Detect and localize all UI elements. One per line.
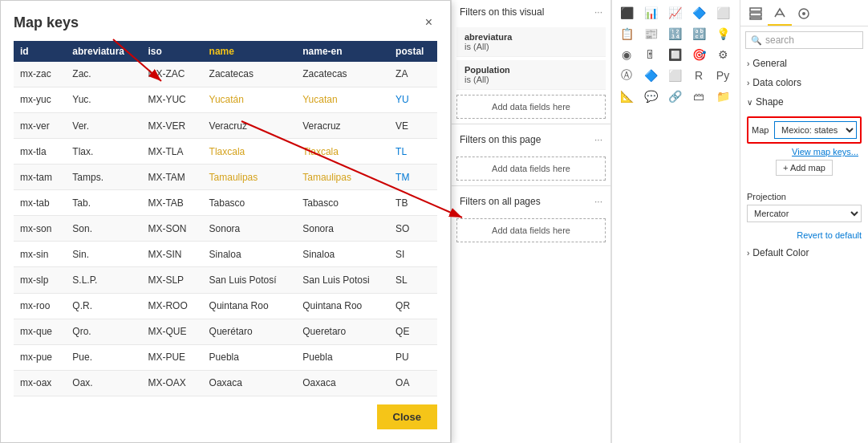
table-icon[interactable]: ⬛	[615, 3, 638, 22]
image-icon[interactable]: ⬜	[663, 66, 686, 85]
target-icon[interactable]: 🎯	[688, 45, 710, 64]
filters-panel: Filters on this visual ··· abreviatura i…	[451, 0, 611, 443]
list-icon[interactable]: 📋	[615, 24, 638, 43]
map-keys-table: id abreviatura iso name name-en postal m…	[14, 41, 437, 396]
tab-fields[interactable]	[744, 3, 768, 26]
table-row: mx-rooQ.R.MX-ROOQuintana RooQuintana Roo…	[14, 293, 437, 319]
general-chevron-icon: ›	[747, 59, 749, 68]
close-yellow-button[interactable]: Close	[377, 404, 437, 429]
shape-icon[interactable]: 🔷	[639, 66, 662, 85]
dialog-close-button[interactable]: ×	[420, 14, 437, 31]
tab-format[interactable]	[768, 3, 792, 26]
svg-rect-5	[750, 18, 761, 19]
svg-rect-4	[750, 13, 761, 16]
map-keys-dialog: Map keys × id abreviatura iso name name-…	[0, 0, 451, 443]
table-row: mx-slpS.L.P.MX-SLPSan Luis PotosíSan Lui…	[14, 267, 437, 293]
shape-section-content: Map Mexico: states View map keys... + Ad…	[740, 112, 868, 187]
add-fields-this-page[interactable]: Add data fields here	[456, 156, 606, 181]
add-fields-all-pages[interactable]: Add data fields here	[456, 218, 606, 242]
map-label: Map	[752, 125, 774, 135]
default-color-chevron-icon: ›	[747, 249, 749, 258]
general-section-header[interactable]: › General	[740, 54, 868, 73]
text-icon[interactable]: 📰	[639, 24, 662, 43]
gauge-icon[interactable]: ◉	[615, 45, 638, 64]
col-name-en: name-en	[296, 41, 389, 62]
table-row: mx-verVer.MX-VERVeracruzVeracruzVE	[14, 113, 437, 139]
add-fields-this-visual[interactable]: Add data fields here	[456, 95, 606, 119]
svg-point-8	[802, 12, 805, 15]
text-box-icon[interactable]: Ⓐ	[615, 66, 638, 85]
table-row: mx-sinSin.MX-SINSinaloaSinaloaSI	[14, 242, 437, 267]
col-id: id	[14, 41, 66, 62]
col-postal: postal	[389, 41, 437, 62]
table-row: mx-tabTab.MX-TABTabascoTabascoTB	[14, 190, 437, 216]
data-colors-chevron-icon: ›	[747, 79, 749, 87]
viz-panel: ⬛📊📈🔷⬜📋📰🔢🔡💡◉🎚🔲🎯⚙Ⓐ🔷⬜RPy📐💬🔗🗃📁	[611, 0, 740, 443]
card-icon[interactable]: 🔷	[688, 3, 710, 22]
shape-section-header[interactable]: ∨ Shape	[740, 92, 868, 112]
filter-icon[interactable]: 🔡	[688, 24, 710, 43]
projection-label: Projection	[747, 192, 862, 201]
filters-allpages-more-icon[interactable]: ···	[594, 196, 602, 207]
table-row: mx-sonSon.MX-SONSonoraSonoraSO	[14, 216, 437, 242]
map-select[interactable]: Mexico: states	[774, 121, 857, 139]
svg-rect-3	[750, 8, 761, 11]
view-map-keys-link[interactable]: View map keys...	[747, 147, 862, 156]
col-name: name	[203, 41, 297, 62]
revert-to-default-button[interactable]: Revert to default	[790, 227, 868, 243]
slider-icon[interactable]: 🎚	[639, 45, 662, 64]
viz-icons-grid: ⬛📊📈🔷⬜📋📰🔢🔡💡◉🎚🔲🎯⚙Ⓐ🔷⬜RPy📐💬🔗🗃📁	[612, 0, 740, 109]
matrix-icon[interactable]: ⬜	[712, 3, 734, 22]
python-visual-icon[interactable]: Py	[712, 66, 734, 85]
format-tabs	[740, 0, 868, 26]
data-colors-section-header[interactable]: › Data colors	[740, 73, 868, 92]
search-icon: 🔍	[751, 35, 762, 46]
filters-more-icon[interactable]: ···	[594, 6, 602, 18]
line-chart-icon[interactable]: 📈	[663, 3, 686, 22]
table-row: mx-tlaTlax.MX-TLATlaxcalaTlaxcalaTL	[14, 139, 437, 165]
shape-chevron-icon: ∨	[747, 98, 752, 107]
qa-icon[interactable]: 💬	[639, 87, 662, 106]
dialog-header: Map keys ×	[14, 14, 437, 31]
col-abreviatura: abreviatura	[66, 41, 141, 62]
filters-this-visual-header: Filters on this visual ···	[452, 0, 610, 24]
bar-chart-icon[interactable]: 📊	[639, 3, 662, 22]
number-icon[interactable]: 🔢	[663, 24, 686, 43]
settings-icon[interactable]: ⚙	[712, 45, 734, 64]
table-row: mx-tamTamps.MX-TAMTamaulipasTamaulipasTM	[14, 165, 437, 190]
table-header-row: id abreviatura iso name name-en postal	[14, 41, 437, 62]
map-row: Map Mexico: states	[747, 116, 862, 144]
table-row: mx-oaxOax.MX-OAXOaxacaOaxacaOA	[14, 370, 437, 396]
add-map-button[interactable]: + Add map	[776, 160, 833, 176]
projection-select[interactable]: Mercator	[747, 205, 862, 222]
dialog-title: Map keys	[14, 14, 79, 31]
key-influencer-icon[interactable]: 🔗	[663, 87, 686, 106]
projection-section: Projection Mercator	[740, 187, 868, 227]
tab-analytics[interactable]	[792, 3, 816, 26]
kpi-icon[interactable]: 🔲	[663, 45, 686, 64]
col-iso: iso	[141, 41, 202, 62]
smart-narrative-icon[interactable]: 🗃	[688, 87, 710, 106]
slicer-icon[interactable]: 💡	[712, 24, 734, 43]
filter-population: Population is (All)	[456, 60, 606, 90]
table-row: mx-puePue.MX-PUEPueblaPueblaPU	[14, 344, 437, 370]
format-panel: 🔍 search › General › Data colors ∨ Shape…	[740, 0, 868, 443]
table-row: mx-queQro.MX-QUEQuerétaroQueretaroQE	[14, 319, 437, 344]
right-panel: Filters on this visual ··· abreviatura i…	[451, 0, 868, 443]
table-row: mx-zacZac.MX-ZACZacatecasZacatecasZA	[14, 62, 437, 87]
default-color-section-header[interactable]: › Default Color	[740, 243, 868, 262]
filters-page-more-icon[interactable]: ···	[594, 134, 602, 145]
search-box[interactable]: 🔍 search	[745, 31, 863, 49]
filters-this-page-header: Filters on this page ···	[452, 128, 610, 152]
dialog-footer: Close	[14, 396, 437, 429]
r-visual-icon[interactable]: R	[688, 66, 710, 85]
custom-icon[interactable]: 📁	[712, 87, 734, 106]
decomp-icon[interactable]: 📐	[615, 87, 638, 106]
table-row: mx-yucYuc.MX-YUCYucatánYucatanYU	[14, 87, 437, 112]
filter-abreviatura: abreviatura is (All)	[456, 27, 606, 57]
filters-all-pages-header: Filters on all pages ···	[452, 189, 610, 213]
